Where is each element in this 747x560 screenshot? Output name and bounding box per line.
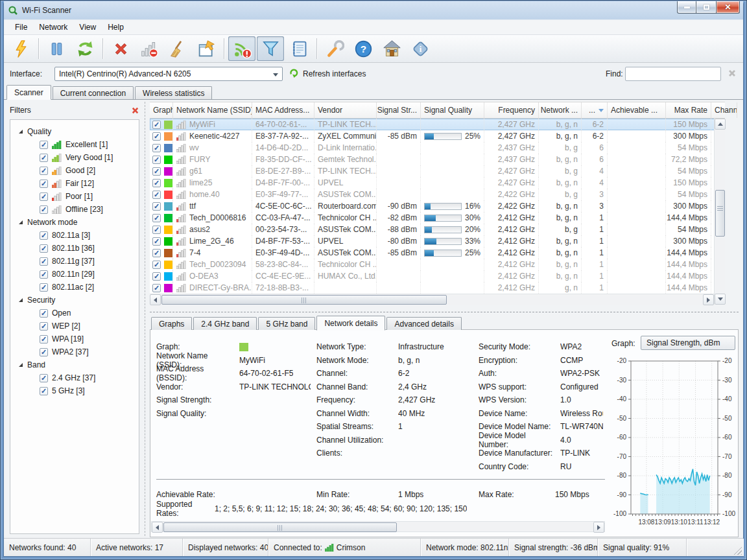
scroll-up-button[interactable] bbox=[715, 119, 726, 130]
checkbox-checked-icon[interactable]: ✓ bbox=[152, 214, 161, 222]
checkbox-checked-icon[interactable]: ✓ bbox=[40, 335, 48, 344]
tab-current-connection[interactable]: Current connection bbox=[53, 86, 134, 99]
filter-item[interactable]: ✓Excellent [1] bbox=[10, 138, 139, 151]
filter-item[interactable]: ✓WPA [19] bbox=[10, 332, 139, 345]
about-button[interactable]: i bbox=[407, 36, 434, 61]
table-row[interactable]: ✓Tech_D0006816CC-03-FA-47-...Technicolor… bbox=[150, 212, 725, 224]
filter-group-header[interactable]: Band bbox=[10, 358, 139, 371]
clear-list-button[interactable] bbox=[164, 36, 191, 61]
filter-item[interactable]: ✓802.11ac [2] bbox=[10, 281, 139, 294]
checkbox-checked-icon[interactable]: ✓ bbox=[40, 205, 48, 214]
filter-item[interactable]: ✓WEP [2] bbox=[10, 320, 139, 332]
notes-button[interactable] bbox=[285, 36, 313, 61]
checkbox-checked-icon[interactable]: ✓ bbox=[40, 244, 48, 253]
delete-networks-button[interactable] bbox=[107, 36, 134, 61]
table-row[interactable]: ✓asus200-23-54-73-...ASUSTek COM...-88 d… bbox=[150, 224, 725, 235]
column-header[interactable]: Network Name (SSID) bbox=[173, 102, 252, 118]
checkbox-checked-icon[interactable]: ✓ bbox=[152, 179, 161, 187]
checkbox-checked-icon[interactable]: ✓ bbox=[40, 348, 48, 356]
filter-item[interactable]: ✓Poor [1] bbox=[10, 190, 139, 203]
column-header[interactable]: Max Rate bbox=[666, 102, 711, 118]
tab-graphs[interactable]: Graphs bbox=[151, 317, 192, 330]
table-row[interactable]: ✓FURYF8-35-DD-CF-...Gemtek Technol...2,4… bbox=[150, 154, 725, 165]
table-row[interactable]: ✓wv14-D6-4D-2D...D-Link Internatio...2,4… bbox=[150, 142, 725, 154]
checkbox-checked-icon[interactable]: ✓ bbox=[152, 261, 161, 269]
filter-item[interactable]: ✓802.11n [29] bbox=[10, 268, 139, 281]
checkbox-checked-icon[interactable]: ✓ bbox=[152, 191, 161, 199]
filter-item[interactable]: ✓Good [2] bbox=[10, 164, 139, 177]
checkbox-checked-icon[interactable]: ✓ bbox=[152, 156, 161, 164]
show-inactive-toggle-button[interactable] bbox=[228, 36, 255, 61]
table-horizontal-scrollbar[interactable] bbox=[150, 294, 714, 305]
table-row[interactable]: ✓lime25D4-BF-7F-00-...UPVEL2,427 GHzb, g… bbox=[150, 177, 725, 189]
checkbox-checked-icon[interactable]: ✓ bbox=[152, 226, 161, 234]
table-row[interactable]: ✓DIRECT-Gy-BRA...72-18-8B-B3-...2,412 GH… bbox=[150, 282, 725, 294]
column-header[interactable]: ... bbox=[582, 102, 608, 118]
menu-item-file[interactable]: File bbox=[9, 21, 33, 34]
interface-select[interactable]: Intel(R) Centrino(R) Advanced-N 6205 bbox=[54, 67, 283, 81]
tree-expander-icon[interactable] bbox=[19, 130, 23, 134]
menu-item-help[interactable]: Help bbox=[102, 21, 130, 34]
checkbox-checked-icon[interactable]: ✓ bbox=[40, 322, 48, 331]
column-header[interactable]: Network ... bbox=[539, 102, 582, 118]
column-header[interactable]: Signal Str... bbox=[377, 102, 421, 118]
resize-grip[interactable] bbox=[733, 546, 742, 555]
filter-item[interactable]: ✓5 GHz [3] bbox=[10, 384, 139, 397]
tree-expander-icon[interactable] bbox=[19, 220, 23, 224]
help-button[interactable]: ? bbox=[350, 36, 377, 61]
scroll-left-button[interactable] bbox=[152, 522, 163, 533]
tab-network-details[interactable]: Network details bbox=[316, 316, 385, 331]
refresh-interfaces-button[interactable]: Refresh interfaces bbox=[289, 68, 366, 80]
scroll-down-button[interactable] bbox=[715, 294, 726, 305]
pause-scan-button[interactable] bbox=[43, 36, 70, 61]
checkbox-checked-icon[interactable]: ✓ bbox=[152, 272, 161, 281]
checkbox-checked-icon[interactable]: ✓ bbox=[152, 121, 161, 129]
tree-expander-icon[interactable] bbox=[19, 298, 23, 302]
filter-item[interactable]: ✓Very Good [1] bbox=[10, 151, 139, 164]
tab-advanced-details[interactable]: Advanced details bbox=[386, 317, 461, 330]
start-scan-button[interactable] bbox=[7, 36, 34, 61]
filter-item[interactable]: ✓802.11a [3] bbox=[10, 229, 139, 242]
menu-item-network[interactable]: Network bbox=[33, 21, 73, 34]
table-vertical-scrollbar[interactable] bbox=[714, 119, 725, 305]
pane-splitter[interactable] bbox=[150, 312, 739, 312]
menu-item-view[interactable]: View bbox=[73, 21, 102, 34]
remove-inactive-button[interactable] bbox=[136, 36, 163, 61]
minimize-button[interactable] bbox=[677, 1, 696, 14]
table-row[interactable]: ✓O-DEA3CC-4E-EC-9E...HUMAX Co., Ltd.2,41… bbox=[150, 270, 725, 282]
checkbox-checked-icon[interactable]: ✓ bbox=[152, 284, 161, 292]
close-button[interactable]: ✕ bbox=[716, 1, 740, 14]
table-row[interactable]: ✓Tech_D002309458-23-8C-84-...Technicolor… bbox=[150, 259, 725, 270]
filter-item[interactable]: ✓WPA2 [37] bbox=[10, 345, 139, 358]
table-row[interactable]: ✓ttf4C-5E-0C-6C-...Routerboard.com-90 dB… bbox=[150, 200, 725, 212]
table-row[interactable]: ✓Lime_2G_46D4-BF-7F-53-...UPVEL-80 dBm33… bbox=[150, 235, 725, 247]
table-row[interactable]: ✓home.40E0-3F-49-77-...ASUSTek COM...2,4… bbox=[150, 189, 725, 200]
filter-group-header[interactable]: Network mode bbox=[10, 216, 139, 229]
checkbox-checked-icon[interactable]: ✓ bbox=[40, 270, 48, 279]
scroll-right-button[interactable] bbox=[703, 294, 714, 305]
checkbox-checked-icon[interactable]: ✓ bbox=[152, 249, 161, 257]
checkbox-checked-icon[interactable]: ✓ bbox=[40, 231, 48, 240]
column-header[interactable]: Chann... bbox=[711, 102, 737, 118]
checkbox-checked-icon[interactable]: ✓ bbox=[40, 154, 48, 162]
homepage-button[interactable] bbox=[378, 36, 405, 61]
checkbox-checked-icon[interactable]: ✓ bbox=[40, 180, 48, 188]
filters-splitter[interactable] bbox=[145, 102, 145, 536]
filter-group-header[interactable]: Quality bbox=[10, 125, 139, 138]
checkbox-checked-icon[interactable]: ✓ bbox=[40, 374, 48, 382]
filter-group-header[interactable]: Security bbox=[10, 294, 139, 307]
find-clear-icon[interactable] bbox=[728, 69, 737, 78]
checkbox-checked-icon[interactable]: ✓ bbox=[40, 257, 48, 266]
horizontal-scroll-thumb[interactable] bbox=[161, 295, 447, 305]
table-row[interactable]: ✓Keenetic-4227E8-37-7A-92-...ZyXEL Commu… bbox=[150, 130, 725, 142]
filter-item[interactable]: ✓Fair [12] bbox=[10, 177, 139, 190]
checkbox-checked-icon[interactable]: ✓ bbox=[152, 202, 161, 211]
settings-button[interactable] bbox=[321, 36, 348, 61]
table-row[interactable]: ✓MyWiFi64-70-02-61-...TP-LINK TECH...2,4… bbox=[150, 119, 725, 130]
column-header[interactable]: Signal Quality bbox=[421, 102, 484, 118]
tab-5-ghz-band[interactable]: 5 GHz band bbox=[258, 317, 315, 330]
tree-expander-icon[interactable] bbox=[19, 363, 23, 367]
new-window-button[interactable] bbox=[193, 36, 220, 61]
horizontal-scroll-thumb[interactable] bbox=[163, 522, 397, 532]
filter-item[interactable]: ✓Open bbox=[10, 307, 139, 320]
